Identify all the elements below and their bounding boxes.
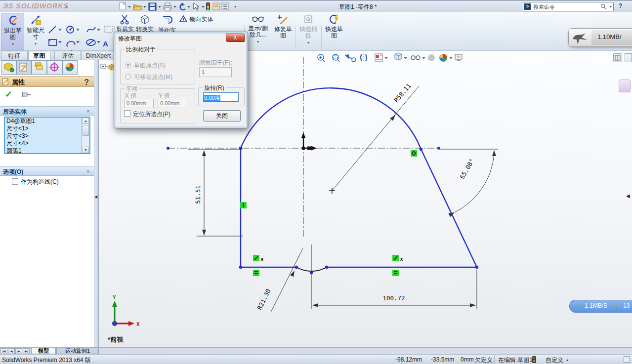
mirror-entities-label: 镜向实体 [189, 16, 213, 23]
modify-sketch-dialog[interactable]: 修改草图 X 比例相对于 草图原点(S) 可移动原点(M) 缩放因子(F): 1… [114, 32, 248, 128]
scroll-up-icon[interactable]: ▲ [83, 118, 89, 124]
quick-snaps-dropdown-icon: ▾ [307, 40, 309, 45]
movable-origin-radio[interactable] [125, 74, 131, 80]
custom-toolbar-label[interactable]: 自定义 [546, 356, 563, 364]
document-title: 草图1 -零件8 * [339, 3, 377, 11]
manager-tab-featuremanager[interactable] [1, 60, 16, 75]
list-item[interactable]: 尺寸<4> [5, 140, 89, 147]
search-dropdown-icon[interactable]: ▾ [610, 4, 612, 9]
exit-sketch-icon [7, 14, 19, 26]
list-item[interactable]: 尺寸<1> [5, 125, 89, 132]
listbox-scrollbar[interactable]: ▲ ▼ [82, 118, 89, 153]
toolbar-more-icon[interactable]: ▾ [234, 4, 236, 9]
display-delete-relations-button[interactable]: 显示/删除几... ▾ [246, 14, 270, 50]
property-manager-panel: 属性 ? ✓ 所选实体 « D4@草图1 尺寸<1> 尺寸<3> 尺寸<4> 圆… [0, 60, 94, 347]
main-toolbar[interactable] [119, 1, 232, 11]
mirror-entities-button[interactable]: 镜向实体 [179, 15, 233, 23]
down-speed-text: 1.1MB/S [585, 300, 607, 311]
dialog-title[interactable]: 修改草图 [118, 35, 142, 43]
panel-help-icon[interactable]: ? [84, 78, 89, 87]
save-icon [149, 3, 156, 10]
panel-splitter[interactable]: ◀ [94, 60, 99, 347]
tab-motion-study[interactable]: 运动算例1 [56, 348, 99, 354]
manager-tab-propertymanager[interactable] [16, 60, 32, 75]
position-selected-point-checkbox[interactable] [124, 110, 130, 117]
thunder-bird-icon [570, 29, 590, 46]
nav-next-icon[interactable]: ▶ [15, 348, 22, 354]
tab-sketch[interactable]: 草图 [28, 51, 50, 61]
list-item[interactable]: 尺寸<3> [5, 132, 89, 140]
tab-model[interactable]: 模型 [31, 348, 56, 354]
options-header[interactable]: 选项(O) « [0, 166, 94, 176]
repair-sketch-icon [277, 14, 289, 25]
list-item[interactable]: 圆弧1 [5, 147, 89, 154]
tab-evaluate[interactable]: 评估 [54, 51, 81, 60]
splitter-collapse-icon[interactable]: ◀ [94, 195, 97, 199]
close-button[interactable]: 关闭 [203, 110, 241, 121]
sketch-origin-radio[interactable] [125, 62, 131, 68]
download-arrow-icon: ↓ [577, 300, 580, 311]
sketch-endpoints[interactable] [167, 147, 478, 274]
collapse-chevron-icon[interactable]: « [85, 170, 91, 173]
scroll-down-icon[interactable]: ▼ [83, 147, 89, 153]
appearance-flyout-icon[interactable] [619, 80, 631, 92]
list-item[interactable]: D4@草图1 [5, 118, 89, 125]
pane-corner-button[interactable] [625, 53, 632, 62]
manager-tab-displaymanager[interactable] [62, 60, 78, 75]
nav-last-icon[interactable]: ▶| [23, 348, 30, 354]
smart-dimension-button[interactable]: 智能尺寸 ▾ [25, 13, 46, 49]
pin-icon[interactable] [21, 90, 32, 99]
arc-tool-icon [67, 41, 75, 45]
open-icon [133, 5, 142, 10]
spline-tool-icon [87, 27, 95, 32]
scale-factor-input[interactable]: 1 [199, 67, 232, 77]
smart-dimension-dropdown-icon[interactable]: ▾ [35, 41, 37, 46]
movable-origin-label: 可移动原点(M) [134, 73, 172, 81]
dialog-close-button[interactable]: X [226, 34, 245, 42]
scale-factor-label: 缩放因子(F): [199, 59, 232, 67]
download-monitor-flyout[interactable]: 1.10MB/ [568, 28, 632, 47]
nav-prev-icon[interactable]: ◀ [8, 348, 15, 354]
manager-tab-configurationmanager[interactable] [32, 60, 47, 75]
custom-expand-icon[interactable]: ▴ [566, 358, 568, 362]
search-icon[interactable] [600, 3, 606, 9]
properties-icon [2, 78, 10, 86]
panel-flyout-arrow-icon[interactable]: ◀ [626, 193, 630, 199]
status-corner-box[interactable] [624, 356, 630, 363]
scroll-thumb[interactable] [83, 125, 89, 136]
display-delete-dropdown-icon[interactable]: ▾ [257, 40, 259, 44]
tab-features[interactable]: 特征 [1, 51, 28, 60]
help-icon[interactable]: ? [619, 2, 622, 9]
nav-first-icon[interactable]: |◀ [0, 348, 7, 354]
selected-entities-listbox[interactable]: D4@草图1 尺寸<1> 尺寸<3> 尺寸<4> 圆弧1 ▲ ▼ [4, 117, 90, 154]
selected-entities-header[interactable]: 所选实体 « [0, 106, 94, 116]
manager-tab-dimxpertmanager[interactable] [47, 60, 62, 75]
sketch-profile[interactable] [241, 88, 477, 267]
construction-line-checkbox[interactable] [12, 178, 18, 185]
command-search[interactable]: > 搜索命令 ▾ [523, 2, 614, 11]
y-value-input[interactable]: 0.00mm [158, 99, 187, 108]
ok-check-icon[interactable]: ✓ [5, 89, 12, 100]
repair-sketch-button[interactable]: 修复草图 [272, 14, 294, 50]
speed-indicator-pill[interactable]: ↓ 1.1MB/S ↑ 13 [569, 300, 632, 313]
position-selected-point-label: 定位所选点(P) [133, 110, 170, 119]
collapse-chevron-icon[interactable]: « [85, 110, 91, 113]
quick-snaps-icon [303, 14, 314, 25]
exit-sketch-dropdown-icon[interactable]: ▾ [12, 42, 14, 46]
construction-line-label: 作为构造线(C) [21, 178, 59, 186]
display-pane-toggle-button[interactable] [613, 53, 622, 62]
dim-radius-bottom: R21.30 [255, 287, 272, 311]
logo-expand-icon[interactable]: ▸ [66, 4, 68, 9]
svg-text:8: 8 [400, 257, 403, 262]
x-value-input[interactable]: 0.00mm [124, 99, 154, 108]
editing-status: 在编辑 草图1 [498, 356, 533, 364]
exit-sketch-button[interactable]: 退出草图 ▾ [1, 13, 24, 50]
relation-badges[interactable]: 8 8 [240, 150, 417, 276]
convert-entities-icon [139, 14, 150, 25]
quick-snaps-button: 快速捕捉 ▾ [297, 14, 319, 50]
tab-dimxpert[interactable]: DimXpert [82, 51, 115, 60]
rapid-sketch-button[interactable]: 快速草图 [323, 14, 345, 50]
rotate-input[interactable]: 0.00度 [203, 92, 239, 102]
sketch-origin[interactable] [301, 132, 317, 151]
status-rebuild-icon [532, 356, 537, 364]
